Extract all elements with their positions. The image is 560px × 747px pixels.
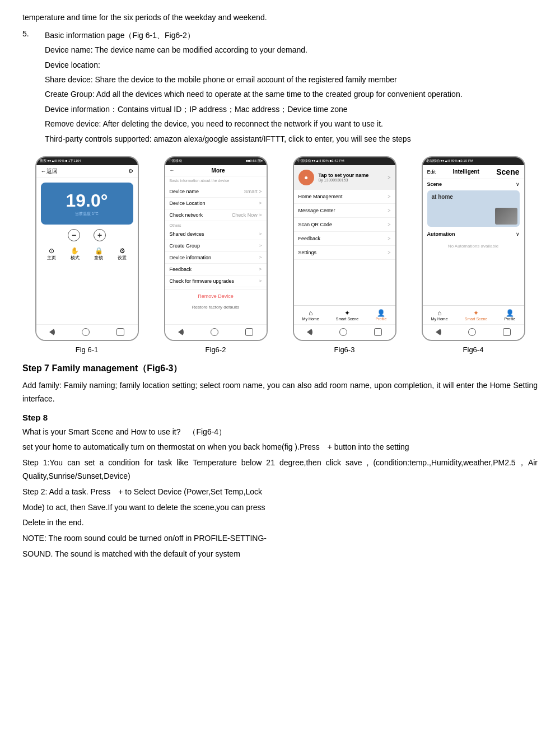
back-nav-button-2[interactable] bbox=[178, 328, 184, 336]
settings-check-network-label: Check network bbox=[170, 212, 203, 218]
menu-feedback[interactable]: Feedback > bbox=[294, 232, 395, 246]
recent-nav-button-4[interactable] bbox=[503, 328, 511, 336]
settings-feedback[interactable]: Feedback > bbox=[165, 264, 267, 276]
phone-2-carrier: 中国移动 bbox=[169, 158, 182, 164]
scene-chevron[interactable]: ∨ bbox=[516, 181, 520, 187]
phone-2-bottom-bar bbox=[165, 324, 267, 340]
step8-header: Step 8 bbox=[22, 413, 538, 422]
menu-settings-label: Settings bbox=[298, 250, 317, 255]
phone-4-intelligent-label: Intelligent bbox=[453, 169, 479, 175]
step8-lines: What is your Smart Scene and How to use … bbox=[22, 426, 538, 561]
scene-tab-4-icon: ✦ bbox=[473, 309, 479, 317]
phone-2-back-button[interactable]: ← bbox=[170, 167, 175, 173]
settings-list: Device name Smart > Device Location > Ch… bbox=[165, 184, 267, 290]
phone-1-carrier: 搜索 ●●▲ill 89% ■ 1下1104 bbox=[40, 158, 81, 164]
step8-line-0: What is your Smart Scene and How to use … bbox=[22, 426, 538, 439]
item-5-lines: Device name: The device name can be modi… bbox=[45, 44, 538, 145]
phone-3-status-bar: 中国移动 ●●▲ill 89% ■1:42 PM bbox=[294, 157, 395, 165]
item-5-title: Basic information page（Fig 6-1、Fig6-2） bbox=[45, 29, 538, 41]
settings-device-info-label: Device information bbox=[170, 255, 212, 260]
phone-4-bottom-tabs: ⌂ My Home ✦ Smart Scene 👤 Profile bbox=[423, 305, 524, 324]
automation-header: Automation ∨ bbox=[423, 228, 524, 238]
menu-scan-chevron: > bbox=[388, 222, 390, 227]
item-5-line: Device location: bbox=[45, 59, 538, 71]
phone-4-content: Scene ∨ at home Automation ∨ No Automati… bbox=[423, 179, 524, 305]
phone-1-back-icon[interactable]: ←返回 bbox=[41, 167, 58, 175]
phone-3-bottom-bar bbox=[294, 324, 395, 340]
phone-1-bottom-bar bbox=[36, 324, 138, 340]
phone-3-carrier: 中国移动 ●●▲ill 89% ■1:42 PM bbox=[297, 158, 344, 164]
phone-2-frame: 中国移动 ■■9:56 圏● ← More Basic information … bbox=[164, 156, 268, 341]
thermostat-bottom-icons: ⊙主页 ✋模式 🔒童锁 ⚙设置 bbox=[36, 247, 138, 261]
settings-device-info[interactable]: Device information > bbox=[165, 252, 267, 264]
phone-1-container: 搜索 ●●▲ill 89% ■ 1下1104 ←返回 ⚙ 19.0° 当前温度 … bbox=[25, 156, 148, 354]
automation-chevron[interactable]: ∨ bbox=[516, 231, 520, 237]
phone-4-edit-button[interactable]: Edit bbox=[427, 169, 436, 175]
scene-card-thumbnail bbox=[495, 208, 517, 225]
phone-1-top: ←返回 ⚙ bbox=[36, 165, 138, 178]
thermostat-plus-button[interactable]: + bbox=[94, 229, 106, 241]
item-5-line: Remove device: After deleting the device… bbox=[45, 118, 538, 130]
tab-4-my-home[interactable]: ⌂ My Home bbox=[430, 307, 450, 323]
phone-4-plus-button[interactable]: Scene bbox=[496, 167, 519, 176]
recent-nav-button-2[interactable] bbox=[245, 328, 253, 336]
profile-tab-icon: 👤 bbox=[377, 309, 385, 317]
settings-create-group[interactable]: Create Group > bbox=[165, 240, 267, 252]
step8-line-7: SOUND. The sound is matched with the def… bbox=[22, 548, 538, 561]
tab-my-home[interactable]: ⌂ My Home bbox=[301, 307, 321, 323]
phone-1-settings-icon[interactable]: ⚙ bbox=[128, 168, 133, 174]
thermostat-minus-button[interactable]: − bbox=[68, 229, 80, 241]
back-nav-button-3[interactable] bbox=[307, 328, 312, 336]
menu-home-management[interactable]: Home Management > bbox=[294, 190, 395, 204]
back-nav-button[interactable] bbox=[49, 328, 55, 336]
settings-check-network[interactable]: Check network Check Now > bbox=[165, 209, 267, 221]
tab-smart-scene[interactable]: ✦ Smart Scene bbox=[334, 307, 360, 323]
settings-create-group-chevron: > bbox=[259, 243, 262, 248]
phone-4-carrier: 老城移动 ●●▲ill 89% ■3:10 PM bbox=[426, 158, 473, 164]
phone-4-container: 老城移动 ●●▲ill 89% ■3:10 PM Edit Intelligen… bbox=[412, 156, 535, 354]
settings-shared-label: Shared devices bbox=[170, 231, 204, 237]
menu-feedback-chevron: > bbox=[388, 236, 390, 241]
profile-id: By 13300930153 bbox=[319, 178, 369, 182]
item-5-content: Basic information page（Fig 6-1、Fig6-2） D… bbox=[45, 29, 538, 147]
scene-tab-label: Smart Scene bbox=[336, 317, 358, 321]
tab-4-smart-scene[interactable]: ✦ Smart Scene bbox=[463, 307, 489, 323]
home-nav-button-4[interactable] bbox=[468, 328, 476, 336]
settings-shared-devices[interactable]: Shared devices > bbox=[165, 228, 267, 240]
menu-message-label: Message Center bbox=[298, 208, 335, 213]
step8-line-3: Step 2: Add a task. Press + to Select De… bbox=[22, 485, 538, 499]
phone-3-container: 中国移动 ●●▲ill 89% ■1:42 PM ● Tap to set yo… bbox=[283, 156, 406, 354]
home-nav-button[interactable] bbox=[82, 328, 90, 336]
icon-home[interactable]: ⊙主页 bbox=[47, 247, 56, 261]
restore-factory-button[interactable]: Restore factory defaults bbox=[165, 302, 267, 312]
menu-scan-qr[interactable]: Scan QR Code > bbox=[294, 218, 395, 232]
phone-4-bottom-bar bbox=[423, 324, 524, 340]
settings-others-title: Others bbox=[165, 221, 267, 228]
home-nav-button-2[interactable] bbox=[211, 328, 218, 336]
menu-message-center[interactable]: Message Center > bbox=[294, 204, 395, 218]
phone-2-label: Fig6-2 bbox=[206, 346, 226, 354]
icon-gear[interactable]: ⚙设置 bbox=[118, 247, 127, 261]
recent-nav-button[interactable] bbox=[116, 328, 124, 336]
settings-firmware-label: Check for firmware upgrades bbox=[170, 278, 235, 284]
tab-4-profile[interactable]: 👤 Profile bbox=[503, 307, 517, 323]
settings-device-location[interactable]: Device Location > bbox=[165, 198, 267, 209]
menu-message-chevron: > bbox=[388, 208, 390, 213]
home-tab-4-label: My Home bbox=[431, 317, 448, 321]
profile-info: Tap to set your name By 13300930153 bbox=[319, 172, 369, 182]
back-nav-button-4[interactable] bbox=[436, 328, 441, 336]
icon-lock[interactable]: 🔒童锁 bbox=[94, 247, 103, 261]
home-tab-icon: ⌂ bbox=[309, 309, 312, 317]
settings-feedback-chevron: > bbox=[259, 267, 262, 272]
recent-nav-button-3[interactable] bbox=[374, 328, 382, 336]
menu-settings[interactable]: Settings > bbox=[294, 246, 395, 260]
phone-4-status-bar: 老城移动 ●●▲ill 89% ■3:10 PM bbox=[423, 157, 524, 165]
home-nav-button-3[interactable] bbox=[339, 328, 347, 336]
settings-firmware[interactable]: Check for firmware upgrades > bbox=[165, 276, 267, 287]
tab-profile[interactable]: 👤 Profile bbox=[374, 307, 389, 323]
settings-device-name[interactable]: Device name Smart > bbox=[165, 186, 267, 198]
settings-create-group-label: Create Group bbox=[170, 243, 200, 249]
icon-hand[interactable]: ✋模式 bbox=[71, 247, 80, 261]
thermostat-controls: − + bbox=[36, 229, 138, 241]
remove-device-button[interactable]: Remove Device bbox=[165, 290, 267, 302]
